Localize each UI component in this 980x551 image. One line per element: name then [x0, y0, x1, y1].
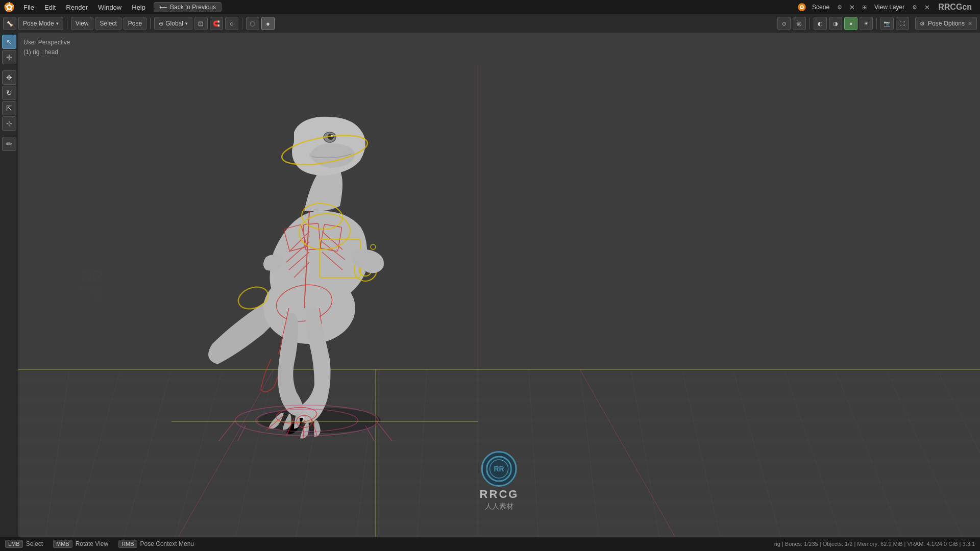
status-context: RMB Pose Context Menu — [118, 540, 194, 548]
tool-cursor[interactable]: ✛ — [2, 50, 16, 64]
back-icon: ⟵ — [159, 4, 167, 11]
view-layer-settings-icon[interactable]: ⚙ — [910, 2, 920, 12]
dino-svg — [172, 58, 478, 441]
watermark-center: RR RRCG 人人素材 — [480, 451, 519, 511]
tool-transform[interactable]: ⊹ — [2, 116, 16, 131]
tool-select[interactable]: ↖ — [2, 35, 16, 49]
scene-settings-icon[interactable]: ⚙ — [835, 2, 845, 12]
svg-rect-3 — [9, 2, 10, 6]
back-to-previous-button[interactable]: ⟵ Back to Previous — [154, 2, 222, 12]
status-bar: LMB Select MMB Rotate View RMB Pose Cont… — [0, 537, 980, 551]
transform-dropdown[interactable]: ⊕ Global ▾ — [154, 17, 192, 30]
render-view-btn[interactable]: ☀ — [860, 17, 873, 30]
watermark-sub: 人人素材 — [485, 502, 513, 511]
blender-logo[interactable] — [3, 1, 15, 13]
separator-2 — [150, 18, 151, 29]
shading-wireframe-btn[interactable]: ⬡ — [246, 17, 259, 30]
toolbar: 🦴 Pose Mode ▾ View Select Pose ⊕ Global … — [0, 14, 980, 33]
snap-btn[interactable]: 🧲 — [210, 17, 223, 30]
view-layer-label: View Layer — [871, 4, 908, 11]
shading-solid-btn[interactable]: ● — [261, 17, 275, 30]
select-menu[interactable]: Select — [95, 17, 121, 30]
rotate-label: Rotate View — [76, 540, 108, 547]
transform-chevron: ▾ — [185, 21, 188, 26]
separator-1 — [67, 18, 67, 29]
mode-icon[interactable]: 🦴 — [3, 17, 16, 30]
pose-options-panel[interactable]: ⚙ Pose Options ✕ — [915, 17, 977, 30]
pose-options-label: Pose Options — [928, 20, 965, 27]
blender-icon-right[interactable] — [797, 2, 807, 12]
solid-view-btn[interactable]: ● — [844, 17, 857, 30]
render-preview-btn[interactable]: ◐ — [814, 17, 827, 30]
mmb-key: MMB — [53, 540, 72, 548]
tool-rotate[interactable]: ↻ — [2, 86, 16, 100]
select-label: Select — [26, 540, 43, 547]
pose-mode-label: Pose Mode — [23, 20, 54, 27]
top-right-controls: Scene ⚙ ✕ ⊞ View Layer ⚙ ✕ RRCGcn — [797, 2, 980, 12]
view-menu[interactable]: View — [71, 17, 93, 30]
svg-point-10 — [801, 6, 803, 8]
pose-options-close[interactable]: ✕ — [968, 20, 972, 27]
view-layer-icon[interactable]: ⊞ — [859, 2, 869, 12]
pose-mode-chevron: ▾ — [56, 21, 59, 26]
overlay-btn[interactable]: ⊙ — [777, 17, 791, 30]
menu-render[interactable]: Render — [61, 0, 93, 14]
scene-label: Scene — [809, 4, 832, 11]
proportional-edit-btn[interactable]: ○ — [225, 17, 238, 30]
context-label: Pose Context Menu — [140, 540, 194, 547]
svg-line-79 — [215, 420, 235, 441]
viewport[interactable]: User Perspective (1) rig : head RR RRCG … — [18, 33, 980, 537]
lmb-key: LMB — [5, 540, 23, 548]
sep-r2 — [876, 18, 877, 29]
watermark-brand: RRCG — [480, 488, 519, 501]
toolbar-right: ⊙ ◎ ◐ ◑ ● ☀ 📷 ⛶ ⚙ Pose Options ✕ — [777, 17, 977, 30]
status-rotate: MMB Rotate View — [53, 540, 108, 548]
status-select: LMB Select — [5, 540, 43, 548]
view-layer-close-icon[interactable]: ✕ — [922, 2, 932, 12]
transform-pivot-btn[interactable]: ⊡ — [194, 17, 208, 30]
tool-move[interactable]: ✥ — [2, 70, 16, 85]
pose-options-icon: ⚙ — [920, 20, 925, 27]
tool-scale[interactable]: ⇱ — [2, 101, 16, 115]
fullscreen-btn[interactable]: ⛶ — [896, 17, 909, 30]
scene-close-icon[interactable]: ✕ — [847, 2, 857, 12]
pose-mode-dropdown[interactable]: Pose Mode ▾ — [18, 17, 63, 30]
tool-annotate[interactable]: ✏ — [2, 137, 16, 151]
watermark-logo: RR — [481, 451, 517, 487]
transform-label: Global — [165, 20, 183, 27]
svg-point-68 — [371, 244, 376, 249]
rmb-key: RMB — [118, 540, 137, 548]
transform-icon: ⊕ — [159, 20, 163, 27]
camera-btn[interactable]: 📷 — [880, 17, 894, 30]
menu-window[interactable]: Window — [93, 0, 127, 14]
menu-help[interactable]: Help — [127, 0, 151, 14]
back-label: Back to Previous — [170, 4, 216, 11]
menu-edit[interactable]: Edit — [39, 0, 61, 14]
sep-r1 — [810, 18, 810, 29]
status-info: rig | Bones: 1/235 | Objects: 1/2 | Memo… — [774, 541, 975, 547]
separator-3 — [242, 18, 242, 29]
top-menu-bar: File Edit Render Window Help ⟵ Back to P… — [0, 0, 980, 14]
svg-text:RR: RR — [494, 465, 504, 473]
rrcg-logo-top: RRCGcn — [934, 3, 976, 12]
xray-btn[interactable]: ◎ — [793, 17, 806, 30]
material-preview-btn[interactable]: ◑ — [829, 17, 842, 30]
menu-file[interactable]: File — [18, 0, 39, 14]
pose-menu[interactable]: Pose — [124, 17, 146, 30]
left-tool-panel: ↖ ✛ ✥ ↻ ⇱ ⊹ ✏ — [0, 33, 18, 537]
